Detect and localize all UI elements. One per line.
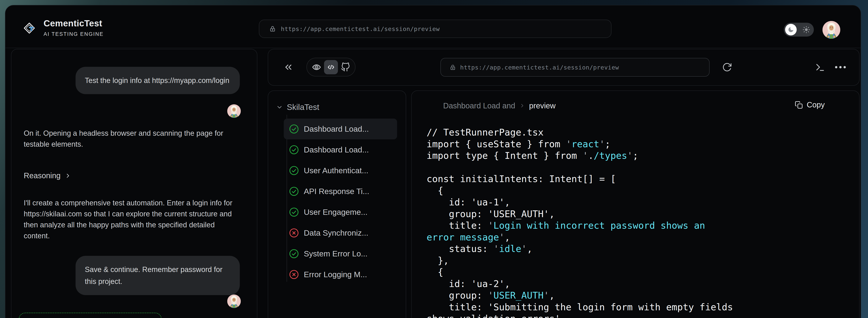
x-circle-icon (289, 228, 299, 238)
code-line: status: 'idle', (427, 243, 849, 255)
assistant-message: I'll create a comprehensive test automat… (24, 198, 243, 241)
stage-url-bar[interactable]: https://app.cementictest.ai/session/prev… (440, 58, 710, 77)
reasoning-label: Reasoning (24, 171, 61, 180)
stage-url-text: https://app.cementictest.ai/session/prev… (460, 64, 619, 71)
eye-icon (312, 62, 321, 72)
breadcrumb: Dashboard Load and preview (443, 101, 556, 110)
user-avatar[interactable] (823, 21, 840, 39)
check-circle-icon (289, 165, 299, 176)
app-tagline: AI TESTING ENGINE (43, 31, 104, 37)
code-line: shows validation errors' (427, 313, 849, 318)
check-circle-icon (289, 124, 299, 134)
message-avatar (227, 104, 241, 118)
code-line: error message', (427, 232, 849, 243)
code-icon (327, 63, 335, 72)
check-circle-icon (289, 186, 299, 197)
chevron-right-icon (520, 103, 525, 108)
user-message-bubble: Save & continue. Remember password for t… (75, 256, 240, 295)
code-line: const initialIntents: Intent[] = [ (427, 173, 849, 185)
collapse-sidebar-button[interactable] (282, 62, 294, 73)
theme-toggle-knob (785, 24, 797, 35)
header-divider (5, 48, 861, 48)
test-group-header[interactable]: SkilaTest (276, 103, 319, 112)
test-label: Error Logging M... (304, 270, 367, 279)
code-line: id: 'ua-1', (427, 196, 849, 208)
code-editor-content[interactable]: // TestRunnerPage.tsximport { useState }… (427, 127, 849, 318)
message-avatar (227, 294, 241, 308)
theme-toggle[interactable] (784, 23, 814, 37)
ellipsis-icon (834, 65, 847, 70)
test-item-6[interactable]: Data Synchroniz... (284, 222, 397, 243)
code-line: // TestRunnerPage.tsx (427, 127, 849, 138)
code-line: id: 'ua-2', (427, 278, 849, 290)
test-label: API Response Ti... (304, 187, 369, 196)
chevrons-left-icon (283, 62, 293, 72)
breadcrumb-current: preview (529, 101, 556, 110)
chevron-right-icon (65, 173, 71, 179)
code-line: import { useState } from 'react'; (427, 138, 849, 150)
reasoning-toggle[interactable]: Reasoning (24, 171, 71, 180)
terminal-icon (814, 62, 826, 73)
test-group-label: SkilaTest (287, 103, 319, 112)
code-line: { (427, 185, 849, 197)
user-message-text: Test the login info at https://myapp.com… (85, 76, 229, 84)
main-url-bar[interactable]: https://app.cementictest.ai/session/prev… (259, 20, 612, 38)
test-item-2[interactable]: Dashboard Load... (284, 139, 397, 160)
test-list: Dashboard Load...Dashboard Load...User A… (284, 118, 397, 285)
code-line (427, 162, 849, 173)
more-options-button[interactable] (834, 64, 847, 70)
test-label: System Error Lo... (304, 249, 367, 258)
main-url-text: https://app.cementictest.ai/session/prev… (281, 26, 440, 32)
check-circle-icon (289, 145, 299, 155)
github-view-button[interactable] (339, 60, 352, 74)
code-line: { (427, 266, 849, 278)
refresh-button[interactable] (722, 62, 733, 72)
app-window: CementicTest AI TESTING ENGINE https://a… (5, 5, 861, 318)
refresh-icon (722, 62, 732, 72)
x-circle-icon (289, 269, 299, 280)
test-label: User Authenticat... (304, 166, 368, 175)
test-item-8[interactable]: Error Logging M... (284, 264, 397, 285)
chevron-down-icon (276, 104, 283, 111)
test-item-3[interactable]: User Authenticat... (284, 160, 397, 181)
lock-icon (269, 26, 276, 32)
check-circle-icon (289, 248, 299, 259)
sun-icon (802, 26, 810, 34)
github-icon (341, 63, 350, 72)
terminal-button[interactable] (814, 61, 826, 73)
code-line: title: 'Login with incorrect password sh… (427, 220, 849, 232)
test-label: Dashboard Load... (304, 145, 369, 154)
code-line: group: 'USER_AUTH', (427, 208, 849, 220)
code-line: group: 'USER_AUTH', (427, 289, 849, 301)
preview-eye-button[interactable] (310, 60, 323, 74)
breadcrumb-parent[interactable]: Dashboard Load and (443, 101, 515, 110)
chat-input-box[interactable] (19, 313, 162, 318)
test-item-4[interactable]: API Response Ti... (284, 181, 397, 202)
copy-label: Copy (807, 101, 825, 109)
code-line: title: 'Submitting the login form with e… (427, 301, 849, 313)
brand-logo-icon (24, 22, 35, 34)
brand-text: CementicTest AI TESTING ENGINE (43, 18, 104, 37)
moon-icon (787, 26, 794, 33)
code-line: import type { Intent } from './types'; (427, 150, 849, 162)
assistant-message: On it. Opening a headless browser and sc… (24, 128, 243, 150)
user-message-text: Save & continue. Remember password for t… (85, 266, 222, 285)
code-line: }, (427, 255, 849, 267)
check-circle-icon (289, 207, 299, 217)
copy-icon (795, 101, 803, 109)
test-item-5[interactable]: User Engageme... (284, 202, 397, 222)
code-view-button[interactable] (324, 60, 338, 74)
view-switcher (307, 58, 355, 76)
app-title: CementicTest (43, 18, 104, 29)
test-label: Dashboard Load... (304, 125, 369, 134)
test-label: User Engageme... (304, 208, 367, 217)
test-item-1[interactable]: Dashboard Load... (284, 118, 397, 139)
user-message-bubble: Test the login info at https://myapp.com… (75, 67, 240, 94)
lock-icon (450, 64, 456, 70)
copy-button[interactable]: Copy (795, 101, 825, 109)
test-item-7[interactable]: System Error Lo... (284, 243, 397, 264)
test-label: Data Synchroniz... (304, 228, 368, 238)
